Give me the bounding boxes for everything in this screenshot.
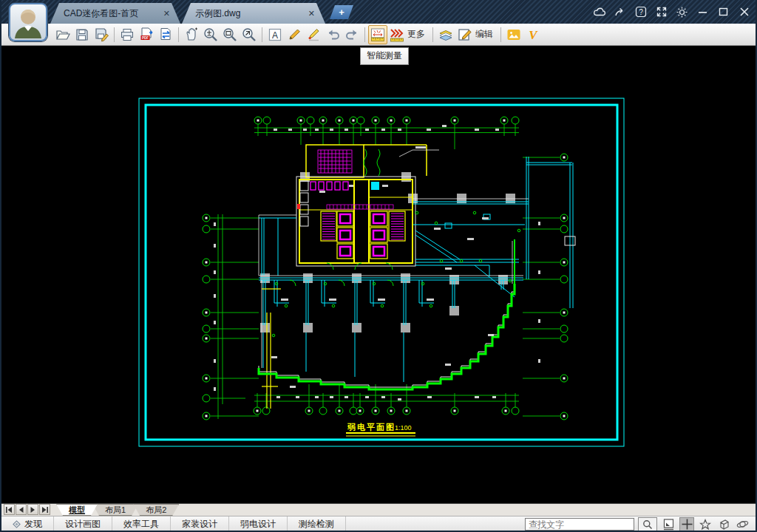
pan-button[interactable]: [182, 25, 201, 44]
sheet-tab-layout2[interactable]: 布局2: [133, 504, 179, 516]
save-as-button[interactable]: [92, 25, 111, 44]
toolbar-separator: [262, 27, 262, 42]
app-window: CAD迷你看图-首页 ✕ 示例图.dwg ✕ + ?: [0, 0, 757, 532]
measure-more-button[interactable]: [387, 25, 407, 44]
orbit-icon: [736, 519, 749, 530]
sheet-last-button[interactable]: [39, 504, 50, 515]
v-logo-icon[interactable]: V: [523, 25, 543, 44]
window-controls: ?: [592, 0, 751, 24]
crosshair-icon: [682, 519, 693, 530]
toolbar-separator: [432, 27, 433, 42]
measure-more-label[interactable]: 更多: [407, 28, 425, 41]
tab-home[interactable]: CAD迷你看图-首页 ✕: [50, 3, 180, 24]
sheet-tab-model[interactable]: 模型: [56, 504, 98, 516]
share-icon[interactable]: [613, 5, 627, 19]
gallery-button[interactable]: [504, 25, 523, 44]
maximize-icon[interactable]: [716, 5, 730, 19]
marker-button[interactable]: [304, 25, 323, 44]
discover-button[interactable]: 发现: [1, 516, 54, 532]
find-text-input[interactable]: [525, 518, 634, 531]
close-icon[interactable]: [737, 5, 751, 19]
open-folder-icon: [55, 27, 70, 42]
zoom-extents-button[interactable]: [240, 25, 259, 44]
redo-button[interactable]: [342, 25, 361, 44]
stair-hatch-top: [318, 150, 352, 173]
elevator-shafts: [340, 214, 384, 256]
measure-icon: [370, 27, 386, 43]
layers-button[interactable]: [436, 25, 455, 44]
measure-button[interactable]: [368, 25, 387, 44]
tab-drawing[interactable]: 示例图.dwg ✕: [182, 3, 325, 24]
marker-pen-icon: [306, 27, 322, 42]
pan-hand-icon: [184, 27, 200, 42]
convert-icon: [158, 27, 174, 42]
discover-label: 发现: [24, 518, 42, 531]
image-folder-icon: [506, 27, 522, 43]
search-icon: [642, 519, 653, 530]
sheet-first-button[interactable]: [4, 504, 15, 515]
snap-button[interactable]: [661, 517, 676, 531]
save-as-icon: [94, 27, 109, 42]
home-design-button[interactable]: 家装设计: [171, 516, 229, 532]
sheet-tab-layout1[interactable]: 布局1: [92, 504, 138, 516]
pencil-icon: [287, 27, 302, 42]
search-button[interactable]: [638, 517, 657, 531]
measure-more-icon: [389, 27, 405, 43]
orbit-button[interactable]: [735, 517, 750, 531]
person-icon: [10, 4, 46, 40]
svg-text:A: A: [272, 30, 278, 40]
cad-drawing[interactable]: 弱电平面图 1:100: [1, 46, 756, 503]
new-tab-button[interactable]: +: [330, 5, 353, 19]
status-bar: 发现 设计画图 效率工具 家装设计 弱电设计 测绘检测: [1, 516, 756, 532]
tab-drawing-label: 示例图.dwg: [195, 7, 240, 20]
open-button[interactable]: [53, 25, 72, 44]
print-button[interactable]: [118, 25, 137, 44]
sheet-prev-button[interactable]: [16, 504, 27, 515]
weak-current-button[interactable]: 弱电设计: [229, 516, 288, 532]
pdf-export-icon: PDF: [139, 27, 155, 42]
tab-drawing-close-icon[interactable]: ✕: [308, 9, 315, 18]
zoom-extents-icon: [241, 27, 257, 43]
export-pdf-button[interactable]: PDF: [137, 25, 156, 44]
favorite-button[interactable]: [698, 517, 713, 531]
printer-icon: [120, 27, 135, 42]
design-draw-button[interactable]: 设计画图: [54, 516, 112, 532]
help-icon[interactable]: ?: [634, 5, 648, 19]
building-plan: [214, 125, 575, 409]
stair-hatch-left: [322, 214, 335, 239]
undo-button[interactable]: [323, 25, 342, 44]
grid-bubbles: [203, 117, 568, 420]
cube-icon: [718, 519, 730, 531]
pencil-button[interactable]: [285, 25, 304, 44]
tab-home-close-icon[interactable]: ✕: [163, 9, 170, 18]
undo-icon: [325, 27, 341, 42]
sheet-next-button[interactable]: [27, 504, 38, 515]
edit-label[interactable]: 编辑: [475, 28, 493, 41]
save-button[interactable]: [72, 25, 92, 44]
zoom-inout-button[interactable]: [201, 25, 220, 44]
drawing-scale: 1:100: [395, 424, 412, 432]
minimize-icon[interactable]: [696, 5, 710, 19]
zoom-in-out-icon: [203, 27, 219, 43]
svg-text:V: V: [529, 28, 538, 42]
edit-button[interactable]: [455, 25, 475, 44]
zoom-window-button[interactable]: [220, 25, 240, 44]
save-icon: [75, 27, 89, 42]
zoom-window-icon: [222, 27, 238, 43]
fullscreen-icon[interactable]: [654, 5, 668, 19]
drawing-canvas[interactable]: 智能测量: [1, 46, 756, 503]
toolbar-separator: [178, 27, 179, 42]
settings-gear-icon[interactable]: [675, 5, 689, 19]
titlebar: CAD迷你看图-首页 ✕ 示例图.dwg ✕ + ?: [1, 0, 756, 24]
survey-detect-button[interactable]: 测绘检测: [288, 516, 346, 532]
edit-icon: [457, 27, 473, 43]
convert-button[interactable]: [156, 25, 175, 44]
user-avatar[interactable]: [9, 3, 47, 41]
cube-3d-button[interactable]: [716, 517, 731, 531]
text-a-icon: A: [268, 27, 282, 42]
cloud-icon[interactable]: [592, 5, 606, 19]
efficiency-tools-button[interactable]: 效率工具: [112, 516, 171, 532]
toolbar-separator: [500, 27, 501, 42]
text-button[interactable]: A: [265, 25, 285, 44]
crosshair-button[interactable]: [679, 517, 694, 531]
